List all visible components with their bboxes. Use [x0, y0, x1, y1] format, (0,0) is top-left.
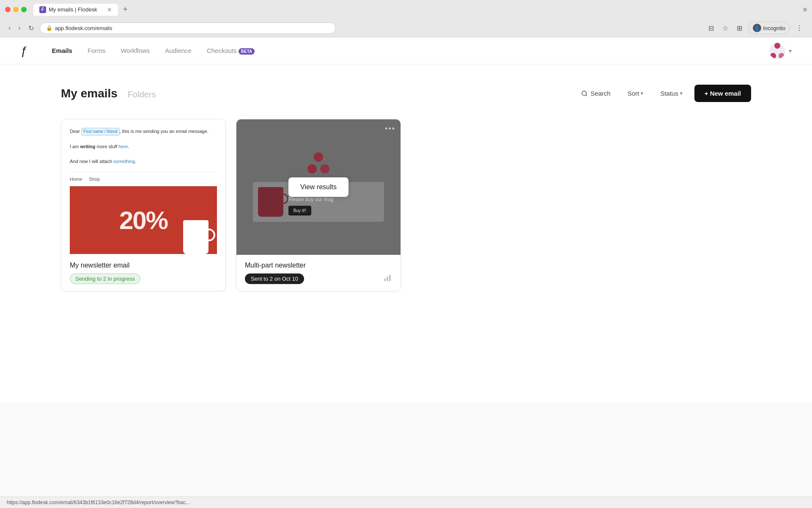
tab-favicon: F [39, 6, 46, 13]
email-card-2-footer: Multi-part newsletter Sent to 2 on Oct 1… [236, 255, 401, 291]
close-button[interactable] [5, 7, 11, 12]
email-preview-text: Dear First name / friend, this is me sen… [70, 128, 217, 165]
nav-workflows[interactable]: Workflows [121, 47, 150, 54]
nav-shop: Shop [89, 177, 100, 182]
email-preview-nav: Home Shop [70, 172, 217, 186]
page-header: My emails Folders Search Sort ▾ Status ▾… [61, 85, 751, 102]
tab-title: My emails | Flodesk [49, 6, 97, 13]
browser-tabs: F My emails | Flodesk ✕ + [33, 3, 131, 16]
maximize-button[interactable] [21, 7, 27, 12]
status-url: https://app.flodesk.com/email/6343b1f613… [7, 500, 190, 505]
status-chevron-icon: ▾ [680, 91, 683, 96]
email-status-1: Sending to 2 in progress [70, 273, 217, 284]
merge-tag: First name / friend [81, 128, 120, 135]
sent-status-badge: Sent to 2 on Oct 10 [245, 273, 304, 284]
main-nav: Emails Forms Workflows Audience Checkout… [52, 47, 255, 54]
new-email-button[interactable]: + New email [694, 85, 751, 102]
email-card-2-preview: ••• One two three Please buy our mug [236, 119, 401, 255]
incognito-label: Incognito [763, 25, 785, 31]
status-filter-button[interactable]: Status ▾ [655, 86, 688, 100]
page-title-group: My emails Folders [61, 87, 156, 100]
browser-actions: ⊟ ☆ ⊞ 👤 Incognito ⋮ [706, 22, 805, 34]
cast-button[interactable]: ⊟ [706, 22, 716, 34]
nav-audience[interactable]: Audience [165, 47, 192, 54]
nav-emails[interactable]: Emails [52, 47, 72, 54]
tab-expand: ≡ [803, 6, 807, 14]
traffic-lights [5, 7, 27, 12]
app-header: ƒ Emails Forms Workflows Audience Checko… [0, 37, 812, 64]
email-title-2: Multi-part newsletter [245, 262, 392, 269]
emails-grid: Dear First name / friend, this is me sen… [61, 119, 751, 291]
nav-checkouts[interactable]: CheckoutsBETA [207, 47, 255, 54]
avatar-dot-1 [774, 43, 780, 49]
account-dropdown-button[interactable]: ▾ [789, 47, 792, 54]
beta-badge: BETA [239, 48, 255, 55]
sort-chevron-icon: ▾ [641, 91, 643, 96]
email-status-2: Sent to 2 on Oct 10 [245, 273, 392, 284]
tab-close-button[interactable]: ✕ [107, 6, 112, 13]
banner-text: 20% [119, 206, 167, 235]
svg-point-0 [582, 91, 587, 96]
nav-home: Home [70, 177, 82, 182]
svg-rect-3 [389, 275, 390, 281]
back-button[interactable]: ‹ [7, 22, 12, 33]
mug-handle [208, 229, 215, 241]
lock-icon: 🔒 [46, 25, 52, 31]
browser-menu-button[interactable]: ⋮ [793, 22, 805, 34]
avatar-dot-2 [770, 53, 776, 59]
search-icon [581, 90, 588, 97]
bookmark-button[interactable]: ☆ [720, 22, 731, 34]
browser-titlebar: F My emails | Flodesk ✕ + ≡ [0, 0, 812, 19]
extensions-button[interactable]: ⊞ [734, 22, 745, 34]
header-right: ▾ [769, 43, 792, 59]
address-bar[interactable]: 🔒 app.flodesk.com/emails [40, 22, 336, 34]
svg-rect-1 [384, 279, 386, 282]
search-button[interactable]: Search [576, 86, 616, 100]
email-card-1-preview: Dear First name / friend, this is me sen… [61, 119, 225, 255]
mug-body [183, 220, 208, 254]
nav-forms[interactable]: Forms [88, 47, 106, 54]
reload-button[interactable]: ↻ [27, 22, 36, 34]
url-text: app.flodesk.com/emails [55, 25, 112, 31]
mug-illustration [183, 220, 208, 254]
sending-status-badge: Sending to 2 in progress [70, 273, 140, 284]
browser-chrome: F My emails | Flodesk ✕ + ≡ ‹ › ↻ 🔒 app.… [0, 0, 812, 37]
avatar-dot-3 [779, 53, 785, 59]
avatar[interactable] [769, 43, 785, 59]
active-tab[interactable]: F My emails | Flodesk ✕ [33, 4, 118, 16]
minimize-button[interactable] [13, 7, 19, 12]
email-title-1: My newsletter email [70, 262, 217, 269]
email-card-1-footer: My newsletter email Sending to 2 in prog… [61, 255, 225, 291]
email-card-2[interactable]: ••• One two three Please buy our mug [236, 119, 401, 291]
page-header-actions: Search Sort ▾ Status ▾ + New email [576, 85, 751, 102]
view-results-overlay: View results [236, 119, 401, 255]
incognito-badge: 👤 Incognito [748, 22, 790, 34]
app-logo: ƒ [20, 44, 27, 58]
analytics-icon[interactable] [384, 273, 392, 284]
new-tab-button[interactable]: + [120, 3, 131, 16]
forward-button[interactable]: › [16, 22, 22, 33]
email-preview-banner: 20% [70, 186, 217, 254]
status-bar: https://app.flodesk.com/email/6343b1f613… [0, 497, 812, 508]
view-results-button[interactable]: View results [288, 177, 348, 197]
incognito-icon: 👤 [753, 24, 761, 32]
page-title: My emails [61, 87, 118, 100]
sort-button[interactable]: Sort ▾ [623, 86, 649, 100]
folders-tab[interactable]: Folders [128, 90, 156, 99]
main-content: My emails Folders Search Sort ▾ Status ▾… [0, 64, 812, 403]
svg-rect-2 [387, 277, 388, 282]
browser-addressbar: ‹ › ↻ 🔒 app.flodesk.com/emails ⊟ ☆ ⊞ 👤 I… [0, 19, 812, 37]
email-card-1[interactable]: Dear First name / friend, this is me sen… [61, 119, 226, 291]
avatar-cluster [769, 43, 785, 59]
